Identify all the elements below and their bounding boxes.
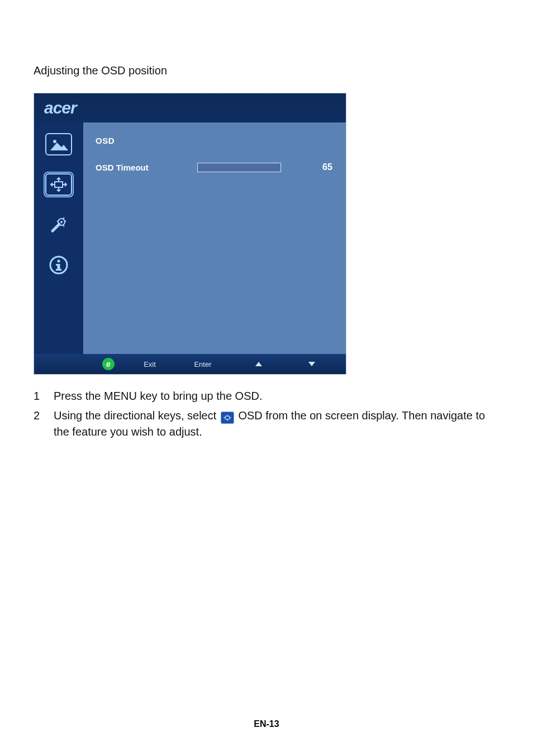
down-arrow-icon — [308, 361, 316, 367]
osd-body: OSD OSD Timeout 65 — [34, 122, 346, 354]
instruction-text: Press the MENU key to bring up the OSD. — [54, 388, 263, 404]
svg-point-0 — [53, 140, 56, 143]
brand-logo: acer — [44, 98, 77, 117]
exit-button[interactable]: Exit — [125, 360, 175, 368]
osd-setting-row[interactable]: OSD Timeout 65 — [96, 162, 334, 172]
osd-sidebar — [34, 122, 83, 354]
list-number: 2 — [34, 408, 44, 440]
instruction-text: Using the directional keys, select OSD f… — [54, 408, 499, 440]
sidebar-item-osd[interactable] — [45, 173, 73, 196]
osd-bottombar: e Exit Enter — [34, 354, 346, 374]
page-heading: Adjusting the OSD position — [34, 64, 499, 77]
osd-main: OSD OSD Timeout 65 — [83, 122, 346, 354]
svg-point-5 — [58, 260, 60, 263]
instruction-2: 2 Using the directional keys, select OSD… — [34, 408, 499, 440]
svg-point-3 — [60, 221, 63, 223]
e-mode-button[interactable]: e — [83, 358, 125, 370]
instruction-1: 1 Press the MENU key to bring up the OSD… — [34, 388, 499, 404]
sidebar-item-info[interactable] — [45, 253, 73, 277]
osd-topbar: acer — [34, 93, 346, 122]
svg-rect-8 — [56, 269, 61, 271]
sidebar-item-settings[interactable] — [45, 213, 73, 237]
osd-inline-icon — [221, 412, 234, 424]
svg-rect-7 — [56, 264, 59, 266]
svg-rect-9 — [225, 416, 229, 419]
osd-panel: acer — [34, 93, 346, 375]
list-number: 1 — [34, 388, 44, 404]
osd-row-value: 65 — [322, 162, 332, 172]
down-button[interactable] — [287, 361, 337, 367]
up-button[interactable] — [231, 361, 287, 367]
osd-timeout-slider[interactable] — [197, 163, 281, 172]
instructions-list: 1 Press the MENU key to bring up the OSD… — [34, 388, 499, 440]
enter-button[interactable]: Enter — [175, 360, 231, 368]
page-number: EN-13 — [0, 719, 533, 729]
svg-rect-1 — [55, 182, 63, 187]
info-icon — [45, 254, 72, 276]
e-icon: e — [102, 358, 115, 370]
osd-section-title: OSD — [96, 136, 334, 145]
picture-icon — [45, 133, 72, 155]
sidebar-item-picture[interactable] — [45, 133, 73, 156]
settings-icon — [45, 214, 72, 236]
up-arrow-icon — [255, 361, 263, 367]
osd-icon — [45, 173, 72, 196]
osd-row-label: OSD Timeout — [96, 163, 185, 172]
